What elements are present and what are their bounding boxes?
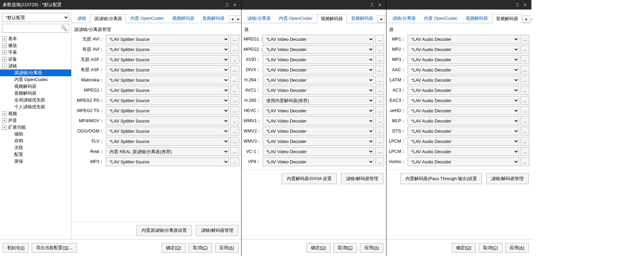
collapse-icon[interactable]: − [2,64,7,68]
codec-more-button[interactable]: ... [521,45,529,54]
tree-audio-decoder[interactable]: 音频解码器 [0,90,71,97]
codec-more-button[interactable]: ... [521,55,529,64]
codec-select[interactable]: *LAV Splitter Source [106,35,229,44]
codec-more-button[interactable]: ... [521,137,529,146]
codec-more-button[interactable]: ... [230,127,239,135]
expand-icon[interactable]: + [2,118,7,123]
pin-icon[interactable] [368,1,376,9]
codec-select[interactable]: *LAV Audio Decoder [408,45,519,54]
tab-opencodec[interactable]: 内置 OpenCodec [420,14,461,23]
codec-select[interactable]: *LAV Video Decoder [263,76,374,84]
codec-more-button[interactable]: ... [375,55,384,64]
expand-icon[interactable]: + [2,50,7,55]
ok-button[interactable]: 确定(O) [307,243,331,253]
expand-icon[interactable]: + [2,111,7,116]
expand-icon[interactable]: + [2,43,7,48]
close-icon[interactable]: ✕ [521,1,529,9]
expand-icon[interactable]: + [2,57,7,62]
pin-icon[interactable] [514,1,521,9]
codec-select[interactable]: *LAV Audio Decoder [408,35,519,44]
codec-select[interactable]: *LAV Video Decoder [263,106,374,115]
codec-select[interactable]: 使用内置解码器(推荐) [263,96,374,105]
close-icon[interactable]: ✕ [231,1,238,9]
codec-more-button[interactable]: ... [375,76,384,84]
tab-prev-icon[interactable]: ◄ [229,16,235,22]
codec-select[interactable]: *LAV Splitter Source [106,76,229,84]
codec-more-button[interactable]: ... [230,55,239,64]
tab-next-icon[interactable]: ► [235,16,241,22]
tab-video-decoder[interactable]: 视频解码器 [317,14,347,23]
codec-more-button[interactable]: ... [375,96,384,105]
pin-icon[interactable] [224,1,231,9]
codec-select[interactable]: *LAV Video Decoder [263,137,374,146]
codec-select[interactable]: *LAV Video Decoder [263,86,374,95]
ok-button[interactable]: 确定(O) [162,243,186,253]
tree-basic[interactable]: +基本 [0,35,71,42]
codec-select[interactable]: *LAV Audio Decoder [408,127,519,135]
codec-select[interactable]: *LAV Video Decoder [263,127,374,135]
codec-select[interactable]: *LAV Video Decoder [263,45,374,54]
tab-filter[interactable]: 滤镜 [73,14,90,23]
tree-device[interactable]: +设备 [0,56,71,63]
codec-more-button[interactable]: ... [230,35,239,44]
filter-decoder-manage-button[interactable]: 滤镜/解码器管理 [486,173,529,184]
codec-more-button[interactable]: ... [375,127,384,135]
tab-source-splitter-partial[interactable]: 滤镜/分离器 [244,14,275,23]
tree-assoc[interactable]: 关联 [0,144,71,151]
codec-more-button[interactable]: ... [375,35,384,44]
codec-select[interactable]: *LAV Audio Decoder [408,55,519,64]
config-select[interactable]: *默认配置 [2,13,69,22]
tree-playback[interactable]: +播放 [0,42,71,49]
tree-screensaver[interactable]: 屏保 [0,158,71,165]
tab-next-icon[interactable]: ► [529,16,531,22]
tab-video-decoder[interactable]: 视频解码器 [168,14,198,23]
codec-more-button[interactable]: ... [521,65,529,74]
tab-opencodec[interactable]: 内置 OpenCodec [275,14,316,23]
codec-more-button[interactable]: ... [521,157,529,166]
tree-subtitle[interactable]: +字幕 [0,49,71,56]
codec-select[interactable]: *LAV Video Decoder [263,35,374,44]
codec-select[interactable]: *LAV Splitter Source [106,157,229,166]
codec-select[interactable]: *LAV Video Decoder [263,55,374,64]
export-button[interactable]: 导出当前配置(S)... [32,243,77,253]
codec-more-button[interactable]: ... [230,157,239,166]
codec-more-button[interactable]: ... [521,35,529,44]
filter-decoder-manage-button[interactable]: 滤镜/解码器管理 [341,173,383,184]
codec-more-button[interactable]: ... [375,147,384,156]
codec-select[interactable]: *LAV Audio Decoder [408,65,519,74]
tab-prev-icon[interactable]: ◄ [523,16,529,22]
internal-dxva-settings-button[interactable]: 内置解码器/DXVA 设置 [282,173,337,184]
codec-more-button[interactable]: ... [230,137,239,146]
codec-more-button[interactable]: ... [375,137,384,146]
codec-more-button[interactable]: ... [375,116,384,125]
apply-button[interactable]: 应用(A) [505,243,529,253]
codec-more-button[interactable]: ... [375,65,384,74]
codec-more-button[interactable]: ... [230,76,239,84]
codec-select[interactable]: *LAV Splitter Source [106,86,229,95]
codec-select[interactable]: *LAV Audio Decoder [408,76,519,84]
codec-select[interactable]: *LAV Splitter Source [106,137,229,146]
codec-more-button[interactable]: ... [375,106,384,115]
codec-more-button[interactable]: ... [521,76,529,84]
tab-prev-icon[interactable]: ◄ [378,16,384,22]
codec-select[interactable]: *LAV Splitter Source [106,55,229,64]
codec-more-button[interactable]: ... [521,116,529,125]
codec-more-button[interactable]: ... [230,65,239,74]
codec-more-button[interactable]: ... [521,106,529,115]
apply-button[interactable]: 应用(A) [360,243,383,253]
codec-select[interactable]: *LAV Audio Decoder [408,116,519,125]
tab-video-decoder[interactable]: 视频解码器 [462,14,492,23]
codec-select[interactable]: *LAV Splitter Source [106,106,229,115]
codec-select[interactable]: *LAV Video Decoder [263,147,374,156]
codec-select[interactable]: *LAV Splitter Source [106,96,229,105]
tab-audio-decoder[interactable]: 音频解码器 [199,14,228,23]
codec-more-button[interactable]: ... [375,86,384,95]
search-input[interactable] [2,24,69,33]
tab-next-icon[interactable]: ► [384,16,386,22]
codec-more-button[interactable]: ... [230,147,239,156]
tree-global-priority[interactable]: 全局滤镜优先权 [0,97,71,103]
tree-filter[interactable]: −滤镜 [0,63,71,69]
codec-select[interactable]: *LAV Splitter Source [106,45,229,54]
tab-source-splitter-partial[interactable]: 滤镜/分离器 [389,14,419,23]
tree-aux[interactable]: 辅助 [0,131,71,138]
